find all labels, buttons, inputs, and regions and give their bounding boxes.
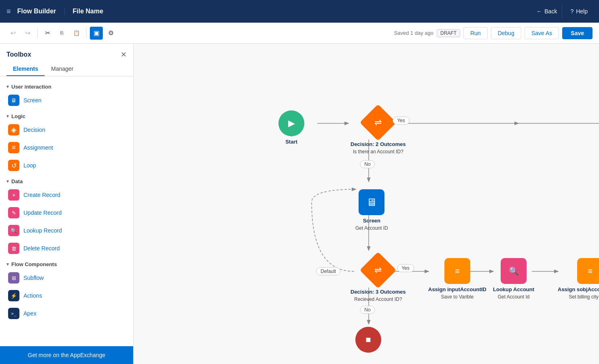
- settings-icon: ⚙: [108, 29, 114, 37]
- section-header-data[interactable]: ▾ Data: [0, 174, 133, 186]
- sidebar-header: Toolbox ✕: [0, 44, 133, 59]
- assign1-label: Assign inputAccountID: [428, 286, 486, 293]
- sidebar-tabs: Elements Manager: [0, 59, 133, 76]
- section-items-flow-components: ⊞ Subflow ⚡ Actions >_ Apex: [0, 269, 133, 322]
- run-button[interactable]: Run: [463, 27, 488, 39]
- section-label-logic: Logic: [11, 113, 25, 119]
- create-record-label: Create Record: [23, 192, 60, 198]
- header-right: ← Back ? Help: [531, 5, 593, 18]
- sidebar-item-decision[interactable]: ◈ Decision: [3, 121, 130, 139]
- node-decision1[interactable]: ⇌ Decision: 2 Outcomes Is there an Accou…: [350, 106, 406, 155]
- assign2-sublabel: Set billing city to SF: [569, 294, 599, 301]
- sidebar-item-lookup-record[interactable]: 🔍 Lookup Record: [3, 222, 130, 239]
- assign2-label: Assign sobjAccount.Bill...: [558, 286, 599, 293]
- edge-label-yes1: Yes: [393, 116, 410, 125]
- chevron-down-icon-data: ▾: [6, 179, 9, 184]
- section-label-user-interaction: User interaction: [11, 84, 51, 90]
- screen-icon: 🖥: [8, 95, 19, 106]
- appexchange-bar[interactable]: Get more on the AppExchange: [0, 346, 133, 364]
- sidebar-item-loop[interactable]: ↺ Loop: [3, 157, 130, 174]
- node-assign1[interactable]: ≡ Assign inputAccountID Save to Varible: [428, 258, 486, 300]
- sidebar-content: ▾ User interaction 🖥 Screen ▾ Logic ◈ De…: [0, 76, 133, 346]
- node-screen1[interactable]: 🖥 Screen Get Account ID: [355, 189, 388, 231]
- decision1-diamond[interactable]: ⇌: [360, 104, 397, 141]
- decision1-label: Decision: 2 Outcomes: [350, 141, 406, 148]
- start-label: Start: [285, 139, 297, 146]
- toolbar: ↩ ↪ ✂ ⎘ 📋 ▣ ⚙ Saved 1 day ago DRAFT Run …: [0, 23, 599, 44]
- section-header-flow-components[interactable]: ▾ Flow Components: [0, 257, 133, 269]
- assign2-square[interactable]: ≡: [577, 258, 599, 284]
- lookup-record-icon: 🔍: [8, 225, 19, 236]
- redo-button[interactable]: ↪: [21, 27, 34, 40]
- canvas[interactable]: ▶ Start ⇌ Decision: 2 Outcomes Is there …: [134, 44, 599, 364]
- toolbar-separator-1: [37, 28, 38, 38]
- sidebar-item-subflow[interactable]: ⊞ Subflow: [3, 269, 130, 287]
- toolbar-right: Saved 1 day ago DRAFT Run Debug Save As …: [394, 27, 593, 39]
- edge-label-no1: No: [360, 160, 375, 168]
- screen1-square[interactable]: 🖥: [359, 189, 384, 215]
- tab-manager[interactable]: Manager: [45, 62, 80, 76]
- sidebar: Toolbox ✕ Elements Manager ▾ User intera…: [0, 44, 134, 364]
- decision1-sublabel: Is there an Account ID?: [353, 149, 404, 155]
- actions-label: Actions: [23, 292, 42, 299]
- save-button[interactable]: Save: [562, 27, 593, 39]
- back-button[interactable]: ← Back: [531, 5, 562, 18]
- start-circle[interactable]: ▶: [278, 110, 304, 136]
- section-header-logic[interactable]: ▾ Logic: [0, 109, 133, 121]
- delete-record-label: Delete Record: [23, 245, 60, 252]
- tab-elements[interactable]: Elements: [6, 62, 45, 76]
- paste-icon: 📋: [73, 30, 80, 36]
- settings-button[interactable]: ⚙: [104, 27, 117, 40]
- undo-button[interactable]: ↩: [6, 27, 19, 40]
- undo-icon: ↩: [11, 29, 16, 37]
- help-button[interactable]: ? Help: [565, 5, 593, 18]
- screen-label: Screen: [23, 97, 41, 104]
- loop-label: Loop: [23, 162, 36, 169]
- debug-button[interactable]: Debug: [491, 27, 521, 39]
- section-items-user-interaction: 🖥 Screen: [0, 91, 133, 109]
- section-label-flow-components: Flow Components: [11, 261, 57, 267]
- create-record-icon: +: [8, 189, 19, 201]
- edge-label-default: Default: [316, 267, 340, 275]
- paste-button[interactable]: 📋: [70, 27, 83, 40]
- canvas-inner: ▶ Start ⇌ Decision: 2 Outcomes Is there …: [134, 44, 599, 364]
- edge-label-yes2: Yes: [397, 264, 414, 272]
- back-label: Back: [544, 8, 557, 15]
- decision2-diamond[interactable]: ⇌: [360, 252, 397, 289]
- help-label: Help: [576, 8, 588, 15]
- section-header-user-interaction[interactable]: ▾ User interaction: [0, 80, 133, 91]
- chevron-down-icon: ▾: [6, 84, 9, 89]
- section-items-logic: ◈ Decision ≡ Assignment ↺ Loop: [0, 121, 133, 174]
- sidebar-close-button[interactable]: ✕: [121, 50, 127, 59]
- node-assign2[interactable]: ≡ Assign sobjAccount.Bill... Set billing…: [558, 258, 599, 300]
- node-lookup1[interactable]: 🔍 Lookup Account Get Account Id: [493, 258, 534, 300]
- cut-button[interactable]: ✂: [41, 27, 54, 40]
- assign1-square[interactable]: ≡: [444, 258, 470, 284]
- view-button[interactable]: ▣: [90, 27, 103, 40]
- decision2-diamond-wrap: ⇌: [362, 254, 394, 286]
- view-icon: ▣: [93, 29, 100, 37]
- node-stop[interactable]: ■: [355, 327, 381, 353]
- stop-circle[interactable]: ■: [355, 327, 381, 353]
- save-as-button[interactable]: Save As: [525, 27, 559, 39]
- edge-label-no2: No: [360, 306, 375, 314]
- lookup1-label: Lookup Account: [493, 286, 534, 293]
- help-icon: ?: [570, 8, 574, 15]
- menu-icon[interactable]: ≡: [6, 7, 11, 16]
- sidebar-item-actions[interactable]: ⚡ Actions: [3, 287, 130, 305]
- sidebar-item-create-record[interactable]: + Create Record: [3, 186, 130, 204]
- header: ≡ Flow Builder File Name ← Back ? Help: [0, 0, 599, 23]
- sidebar-item-assignment[interactable]: ≡ Assignment: [3, 139, 130, 157]
- lookup1-square[interactable]: 🔍: [501, 258, 527, 284]
- redo-icon: ↪: [25, 29, 30, 37]
- assignment-label: Assignment: [23, 144, 53, 151]
- copy-button[interactable]: ⎘: [55, 27, 68, 40]
- sidebar-item-apex[interactable]: >_ Apex: [3, 305, 130, 322]
- chevron-down-icon-logic: ▾: [6, 114, 9, 119]
- lookup1-sublabel: Get Account Id: [498, 294, 530, 301]
- sidebar-item-screen[interactable]: 🖥 Screen: [3, 91, 130, 109]
- sidebar-item-delete-record[interactable]: 🗑 Delete Record: [3, 239, 130, 257]
- node-start[interactable]: ▶ Start: [278, 110, 304, 146]
- sidebar-item-update-record[interactable]: ✎ Update Record: [3, 204, 130, 222]
- node-decision2[interactable]: ⇌ Decision: 3 Outcomes Recieved Account …: [350, 254, 406, 303]
